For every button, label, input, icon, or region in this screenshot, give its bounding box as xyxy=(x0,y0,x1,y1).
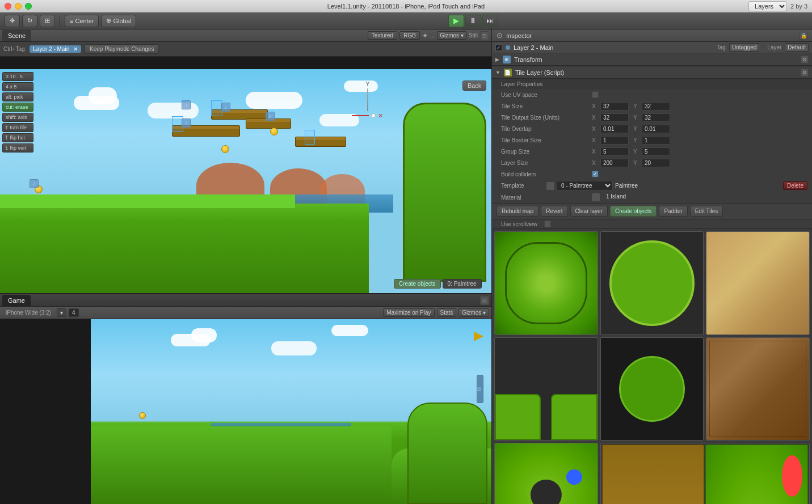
layer-size-x-input[interactable]: 200 xyxy=(600,159,629,167)
pause-button[interactable]: ⏸ xyxy=(465,15,481,27)
tile-border-y-input[interactable]: 1 xyxy=(642,136,670,145)
edit-tiles-button[interactable]: Edit Tiles xyxy=(690,206,723,217)
group-size-x-input[interactable]: 5 xyxy=(600,147,629,156)
tile-layer-header[interactable]: ▼ 📄 Tile Layer (Script) ⚙ xyxy=(492,66,812,79)
tile-size-x-input[interactable]: 32 xyxy=(600,102,629,111)
layer-size-y-input[interactable]: 20 xyxy=(642,159,670,167)
tile-item-4[interactable] xyxy=(494,337,598,441)
inspector-lock-button[interactable]: 🔒 xyxy=(800,32,807,40)
cut-erase-tool[interactable]: cut: erase xyxy=(2,103,33,112)
main-toolbar: ✥ ↻ ⊞ ≡ Center ⊕ Global ▶ ⏸ ⏭ xyxy=(0,12,812,29)
close-button[interactable] xyxy=(5,3,11,10)
maximize-btn[interactable]: Maximize on Play xyxy=(383,308,434,317)
tile-overlap-x-input[interactable]: 0.01 xyxy=(600,125,629,133)
layer-dropdown[interactable]: Default xyxy=(785,43,809,52)
back-button[interactable]: Back xyxy=(462,81,486,91)
tile-layer-arrow: ▼ xyxy=(495,70,500,75)
gizmos-btn[interactable]: Gizmos ▾ xyxy=(458,308,489,317)
scene-canvas[interactable]: ♪ ♪ ♪ ♪ ♪ Y ✕ xyxy=(0,69,491,293)
size-tool[interactable]: 3 10...5 xyxy=(2,72,33,81)
material-icon xyxy=(592,193,600,201)
step-button[interactable]: ⏭ xyxy=(482,15,498,27)
tile-overlap-value: X 0.01 Y 0.01 xyxy=(592,125,807,133)
object-enabled-checkbox[interactable] xyxy=(495,44,502,51)
group-size-y-input[interactable]: 5 xyxy=(642,147,670,156)
tile-overlap-y-input[interactable]: 0.01 xyxy=(642,125,670,133)
use-scrollview-checkbox[interactable] xyxy=(544,221,551,227)
audio-1: ♪ xyxy=(30,179,39,188)
group-size-value: X 5 Y 5 xyxy=(592,147,807,156)
rgb-dropdown[interactable]: RGB xyxy=(399,31,420,40)
tile-item-5[interactable] xyxy=(600,337,704,441)
tile-item-6[interactable] xyxy=(706,337,810,441)
revert-button[interactable]: Revert xyxy=(541,206,567,217)
scene-state-label: Still xyxy=(469,32,478,39)
build-colliders-checkbox[interactable] xyxy=(592,171,599,177)
global-button[interactable]: ⊕ Global xyxy=(101,15,136,27)
panel-resize-btn[interactable]: ⊡ xyxy=(480,31,489,40)
create-objects-button[interactable]: Create objects xyxy=(610,206,657,217)
tile-output-x-input[interactable]: 32 xyxy=(600,113,629,122)
template-dropdown[interactable]: 0 - Palmtree xyxy=(556,181,613,190)
shift-axis-tool[interactable]: shift: axis xyxy=(2,113,33,122)
tile-item-2[interactable] xyxy=(600,231,704,335)
palmtree-mini-btn[interactable]: 0: Palmtree xyxy=(443,279,482,289)
tab-game[interactable]: Game xyxy=(2,295,31,306)
layer-chip-close[interactable]: ✕ xyxy=(73,46,78,52)
maximize-button[interactable] xyxy=(25,3,32,10)
tile-output-y-input[interactable]: 32 xyxy=(642,113,670,122)
t-turn-tool[interactable]: t: turn tile xyxy=(2,123,33,132)
stats-btn[interactable]: Stats xyxy=(437,308,457,317)
template-delete-button[interactable]: Delete xyxy=(783,181,807,190)
tile-output-x-label: X xyxy=(592,115,599,121)
tile-layer-title: Tile Layer (Script) xyxy=(515,69,564,76)
layer-properties-label: Layer Properties xyxy=(501,81,542,87)
alt-pick-tool[interactable]: alt: pick xyxy=(2,92,33,101)
t-flip-v-tool[interactable]: t: flip vert xyxy=(2,143,33,153)
gizmos-dropdown[interactable]: Gizmos ▾ xyxy=(437,31,466,40)
tile-item-1[interactable] xyxy=(494,231,598,335)
game-panel-resize[interactable]: ⊡ xyxy=(480,296,489,305)
tile-output-value: X 32 Y 32 xyxy=(592,113,807,122)
use-uv-row: Use UV space xyxy=(492,89,812,100)
keep-changes-button[interactable]: Keep Playmode Changes xyxy=(85,44,159,54)
rotate-tool-button[interactable]: ↻ xyxy=(22,15,37,27)
tile-border-x-input[interactable]: 1 xyxy=(600,136,629,145)
build-colliders-row: Build colliders xyxy=(492,168,812,180)
tile-item-7[interactable] xyxy=(494,443,598,504)
action-buttons-row: Rebuild map Revert Clear layer Create ob… xyxy=(492,203,812,219)
transform-header[interactable]: ▶ ⊕ Transform ⚙ xyxy=(492,53,812,66)
layer-size-value: X 200 Y 20 xyxy=(592,159,807,167)
tile-border-y-group: Y 1 xyxy=(633,136,670,145)
center-button[interactable]: ≡ Center xyxy=(65,15,99,27)
tab-scene[interactable]: Scene xyxy=(2,30,31,41)
move-tool-button[interactable]: ✥ xyxy=(5,15,20,27)
use-uv-checkbox[interactable] xyxy=(592,91,599,98)
tile-size-x-group: X 32 xyxy=(592,102,629,111)
resolution-dropdown[interactable]: ▾ xyxy=(57,308,66,317)
f-flip-h-tool[interactable]: f: flip hor. xyxy=(2,133,33,142)
center-icon: ≡ xyxy=(70,18,73,24)
layer-chip[interactable]: Layer 2 - Main ✕ xyxy=(30,45,81,53)
window-controls[interactable] xyxy=(5,3,32,10)
tile-item-3[interactable] xyxy=(706,231,810,335)
layers-dropdown[interactable]: Layers xyxy=(748,1,787,11)
rebuild-map-button[interactable]: Rebuild map xyxy=(497,206,538,217)
minimize-button[interactable] xyxy=(15,3,22,10)
scale-tool-button[interactable]: ⊞ xyxy=(40,15,55,27)
play-button[interactable]: ▶ xyxy=(448,15,464,27)
transform-settings-btn[interactable]: ⚙ xyxy=(801,56,809,63)
textured-dropdown[interactable]: Textured xyxy=(368,31,397,40)
layer-size-label: Layer Size xyxy=(501,160,592,166)
clear-layer-button[interactable]: Clear layer xyxy=(570,206,608,217)
create-objects-mini-btn[interactable]: Create objects xyxy=(394,279,440,289)
padder-button[interactable]: Padder xyxy=(659,206,687,217)
tile-item-8[interactable] xyxy=(600,443,810,504)
tag-dropdown[interactable]: Untagged xyxy=(729,43,759,52)
tile-size-y-input[interactable]: 32 xyxy=(642,102,670,111)
brush-tool[interactable]: 4 x 5 xyxy=(2,82,33,91)
tile-layer-settings-btn[interactable]: ⚙ xyxy=(801,69,809,77)
template-label: Template xyxy=(501,183,546,189)
game-cloud-2 xyxy=(191,328,217,342)
res-value: 4 xyxy=(69,308,79,317)
